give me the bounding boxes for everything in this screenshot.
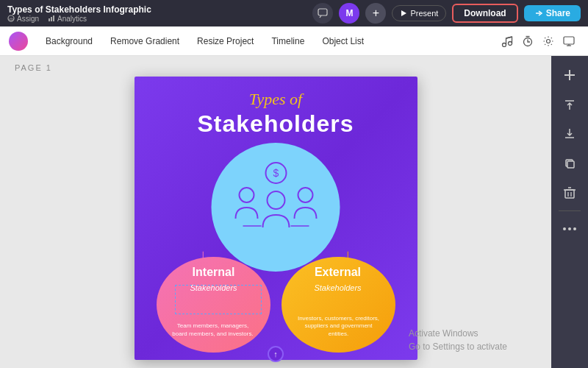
svg-rect-27 — [567, 161, 574, 168]
title-area: Types of Stakeholders Infographic @ Assi… — [7, 4, 306, 23]
panel-separator — [559, 210, 581, 211]
internal-desc: Team members, managers, board members, a… — [169, 322, 257, 338]
svg-rect-3 — [51, 17, 52, 21]
svg-rect-2 — [49, 18, 50, 21]
align-top-icon — [563, 98, 576, 111]
watermark: Activate Windows Go to Settings to activ… — [409, 327, 507, 353]
toolbar-timeline[interactable]: Timeline — [262, 32, 313, 51]
main-area: PAGE 1 Types of Stakeholders $ — [0, 56, 588, 368]
settings-button[interactable] — [538, 32, 559, 50]
analytics-icon — [48, 15, 55, 22]
app-title: Types of Stakeholders Infographic — [7, 4, 306, 15]
external-title: External — [287, 266, 390, 279]
canvas-area: PAGE 1 Types of Stakeholders $ — [0, 56, 551, 368]
scroll-up-indicator[interactable]: ↑ — [268, 346, 284, 362]
settings-icon — [542, 35, 554, 47]
svg-rect-5 — [318, 9, 327, 15]
people-illustration: $ — [224, 160, 327, 255]
analytics-link[interactable]: Analytics — [48, 15, 87, 23]
svg-point-11 — [547, 39, 551, 43]
download-button[interactable]: Download — [452, 4, 517, 23]
play-icon — [400, 10, 407, 17]
svg-point-18 — [267, 191, 284, 209]
svg-text:$: $ — [273, 167, 279, 179]
assign-icon: @ — [7, 15, 15, 22]
add-collaborator-button[interactable]: + — [365, 3, 386, 24]
monitor-button[interactable] — [559, 32, 579, 50]
toolbar: Background Remove Gradient Resize Projec… — [0, 26, 588, 56]
svg-point-32 — [563, 227, 566, 230]
chat-icon — [318, 8, 328, 18]
toolbar-object-list[interactable]: Object List — [313, 32, 373, 51]
plus-icon — [563, 68, 576, 82]
add-element-button[interactable] — [556, 62, 583, 88]
avatar[interactable]: M — [339, 3, 359, 24]
chat-button[interactable] — [312, 3, 333, 24]
center-circle: $ — [212, 143, 340, 272]
toolbar-remove-gradient[interactable]: Remove Gradient — [101, 32, 188, 51]
toolbar-background[interactable]: Background — [37, 32, 101, 51]
svg-marker-6 — [401, 10, 406, 16]
delete-button[interactable] — [556, 180, 583, 206]
monitor-icon — [563, 35, 575, 47]
clock-icon — [522, 35, 534, 47]
canvas-title-italic: Types of — [135, 90, 417, 109]
present-button[interactable]: Present — [392, 5, 446, 21]
external-sub: Stakeholders — [287, 283, 390, 292]
svg-rect-4 — [53, 15, 54, 21]
svg-point-19 — [298, 188, 312, 202]
more-icon — [563, 227, 576, 231]
delete-icon — [563, 186, 576, 199]
internal-sub: Stakeholders — [162, 283, 265, 292]
timer-button[interactable] — [517, 32, 538, 50]
bottom-indicator: ↑ — [268, 346, 284, 362]
svg-point-7 — [503, 43, 506, 46]
design-canvas[interactable]: Types of Stakeholders $ — [135, 77, 417, 360]
music-button[interactable] — [497, 32, 517, 50]
move-down-button[interactable] — [556, 121, 583, 147]
svg-point-17 — [239, 188, 254, 202]
share-button[interactable]: Share — [524, 5, 581, 21]
svg-rect-12 — [564, 37, 574, 44]
music-icon — [501, 35, 513, 47]
page-label: PAGE 1 — [15, 63, 52, 72]
header-actions: M + Present Download Share — [312, 3, 581, 24]
canvas-title-bold: Stakeholders — [135, 110, 417, 138]
svg-point-34 — [573, 227, 576, 230]
align-bottom-icon — [563, 127, 576, 141]
toolbar-resize-project[interactable]: Resize Project — [188, 32, 262, 51]
color-circle[interactable] — [9, 32, 28, 51]
svg-rect-28 — [565, 190, 574, 198]
share-icon — [534, 9, 543, 18]
header-sub: @ Assign Analytics — [7, 15, 306, 23]
more-options-button[interactable] — [556, 216, 583, 242]
svg-point-8 — [509, 41, 512, 45]
copy-icon — [563, 157, 576, 170]
internal-title: Internal — [162, 266, 265, 279]
assign-link[interactable]: @ Assign — [7, 15, 39, 23]
duplicate-button[interactable] — [556, 150, 583, 177]
svg-point-33 — [568, 227, 571, 230]
move-up-button[interactable] — [556, 91, 583, 118]
right-panel — [551, 56, 588, 368]
svg-text:@: @ — [9, 17, 13, 21]
external-desc: Investors, customers, creditors, supplie… — [295, 315, 383, 338]
app-header: Types of Stakeholders Infographic @ Assi… — [0, 0, 588, 26]
svg-line-9 — [506, 37, 512, 38]
